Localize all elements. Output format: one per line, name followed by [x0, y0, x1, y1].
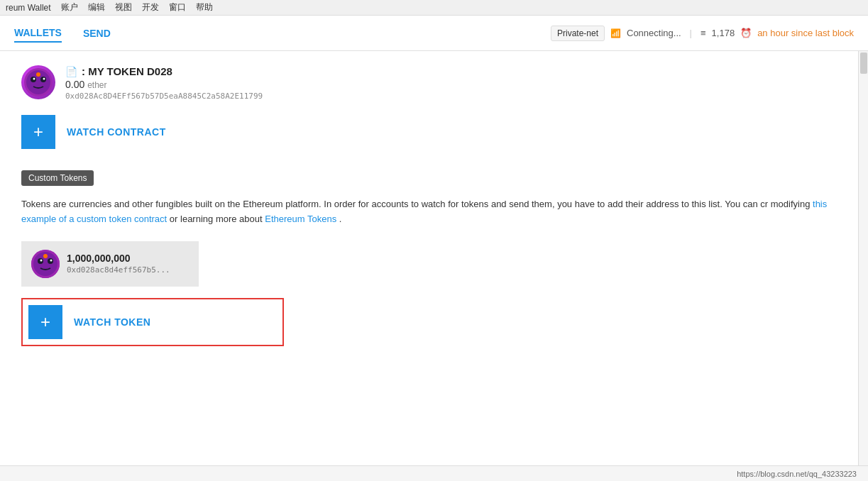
svg-point-12	[50, 259, 53, 261]
nav-left: WALLETS SEND	[14, 24, 111, 43]
scroll-thumb[interactable]	[860, 52, 867, 74]
token-amount: 1,000,000,000	[67, 253, 170, 264]
description-mid: or learning more about	[170, 214, 265, 224]
token-info: 1,000,000,000 0xd028ac8d4eff567b5...	[67, 253, 170, 275]
layers-icon: ≡	[701, 28, 706, 38]
account-card: 📄 : MY TOKEN D028 0.00 ether 0xd028Ac8D4…	[21, 65, 837, 101]
watch-token-plus-icon: +	[28, 305, 62, 339]
wifi-icon: 📶	[610, 28, 621, 38]
app-name: reum Wallet	[6, 3, 51, 13]
bottom-bar: https://blog.csdn.net/qq_43233223	[0, 465, 868, 481]
account-address: 0xd028Ac8D4EFf567b57D5eaA8845C2a58A2E117…	[65, 92, 263, 101]
watch-contract-label: WATCH CONTRACT	[55, 126, 177, 138]
plus-icon: +	[21, 115, 55, 149]
account-name: : MY TOKEN D028	[82, 65, 172, 77]
status-text: Connecting...	[627, 28, 681, 38]
document-icon: 📄	[65, 66, 77, 77]
ethereum-tokens-link[interactable]: Ethereum Tokens	[265, 214, 336, 224]
menu-view[interactable]: 视图	[115, 1, 132, 13]
svg-point-13	[43, 254, 48, 258]
balance-unit: ether	[87, 80, 106, 90]
token-address: 0xd028ac8d4eff567b5...	[67, 265, 170, 275]
svg-point-5	[43, 78, 45, 80]
account-info: 📄 : MY TOKEN D028 0.00 ether 0xd028Ac8D4…	[65, 65, 263, 101]
watch-contract-button[interactable]: + WATCH CONTRACT	[21, 115, 837, 149]
title-bar: reum Wallet 账户 编辑 视图 开发 窗口 帮助	[0, 0, 868, 16]
description-end: .	[339, 214, 342, 224]
watch-token-container[interactable]: + WATCH TOKEN	[21, 298, 284, 346]
menu-help[interactable]: 帮助	[196, 1, 213, 13]
token-item[interactable]: 1,000,000,000 0xd028ac8d4eff567b5...	[21, 241, 199, 287]
svg-point-11	[40, 259, 43, 261]
avatar	[21, 65, 55, 99]
menu-edit[interactable]: 编辑	[88, 1, 105, 13]
menu-account[interactable]: 账户	[61, 1, 78, 13]
nav-bar: WALLETS SEND Private-net 📶 Connecting...…	[0, 16, 868, 51]
menu-window[interactable]: 窗口	[169, 1, 186, 13]
watch-token-button[interactable]: + WATCH TOKEN	[28, 305, 162, 339]
tab-send[interactable]: SEND	[83, 25, 111, 42]
account-name-row: 📄 : MY TOKEN D028	[65, 65, 263, 77]
description-text: Tokens are currencies and other fungible…	[21, 197, 837, 227]
description-part1: Tokens are currencies and other fungible…	[21, 199, 810, 209]
scrollbar[interactable]	[858, 51, 868, 465]
token-avatar	[31, 250, 60, 278]
account-balance: 0.00 ether	[65, 79, 263, 90]
nav-right: Private-net 📶 Connecting... | ≡ 1,178 ⏰ …	[551, 26, 854, 41]
divider: |	[690, 28, 692, 38]
custom-tokens-badge: Custom Tokens	[21, 170, 94, 186]
last-block-text: an hour since last block	[757, 28, 854, 38]
menu-develop[interactable]: 开发	[142, 1, 159, 13]
balance-value: 0.00	[65, 79, 84, 90]
url-text: https://blog.csdn.net/qq_43233223	[737, 470, 857, 478]
network-badge: Private-net	[551, 26, 605, 41]
main-content: 📄 : MY TOKEN D028 0.00 ether 0xd028Ac8D4…	[0, 51, 868, 481]
svg-point-6	[36, 72, 40, 77]
block-count: 1,178	[712, 28, 735, 38]
tab-wallets[interactable]: WALLETS	[14, 24, 62, 43]
clock-icon: ⏰	[740, 28, 752, 38]
svg-point-4	[33, 78, 35, 80]
watch-token-label: WATCH TOKEN	[62, 316, 162, 328]
